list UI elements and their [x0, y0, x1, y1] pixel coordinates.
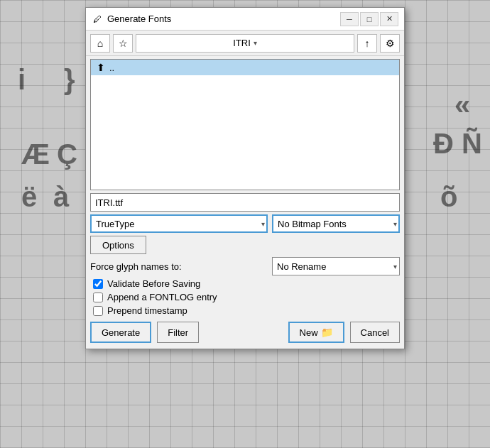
options-button[interactable]: Options: [90, 236, 146, 254]
format-row: TrueType OpenType Type1 SVG ▾ No Bitmap …: [90, 214, 400, 233]
glyph-select-wrapper: No Rename PostScript names Unicode names…: [272, 257, 400, 275]
file-list-item[interactable]: ⬆ ..: [91, 60, 399, 75]
star-button[interactable]: ☆: [113, 34, 133, 53]
force-glyph-label: Force glyph names to:: [90, 261, 266, 272]
title-bar: 🖊 Generate Fonts ─ □ ✕: [86, 8, 404, 31]
title-bar-controls: ─ □ ✕: [340, 12, 398, 26]
force-glyph-row: Force glyph names to: No Rename PostScri…: [90, 257, 400, 275]
options-row: Options: [90, 236, 400, 254]
up-button[interactable]: ↑: [357, 34, 377, 53]
format-bitmap-select[interactable]: No Bitmap Fonts Apple bitmap only Both: [272, 214, 400, 233]
timestamp-checkbox[interactable]: [93, 306, 103, 316]
minimize-button[interactable]: ─: [340, 12, 359, 26]
dialog-title: Generate Fonts: [107, 13, 336, 24]
fontlog-label: Append a FONTLOG entry: [107, 292, 217, 302]
address-text: ITRI: [233, 38, 251, 48]
cancel-button[interactable]: Cancel: [350, 322, 400, 343]
fontlog-checkbox[interactable]: [93, 293, 103, 302]
close-button[interactable]: ✕: [380, 12, 398, 26]
file-list[interactable]: ⬆ ..: [90, 59, 400, 190]
home-icon: ⌂: [97, 38, 103, 49]
new-button[interactable]: New 📁: [288, 322, 344, 343]
parent-dir-label: ..: [109, 62, 114, 73]
validate-checkbox[interactable]: [93, 279, 103, 289]
up-icon: ↑: [365, 38, 370, 49]
star-icon: ☆: [119, 38, 128, 49]
format-bitmap-wrapper: No Bitmap Fonts Apple bitmap only Both ▾: [272, 214, 400, 233]
validate-label: Validate Before Saving: [107, 278, 200, 289]
format-type-wrapper: TrueType OpenType Type1 SVG ▾: [90, 214, 268, 233]
filename-row: [90, 193, 400, 212]
toolbar: ⌂ ☆ ITRI ▾ ↑ ⚙: [86, 31, 404, 56]
timestamp-label: Prepend timestamp: [107, 305, 187, 316]
glyph-rename-select[interactable]: No Rename PostScript names Unicode names: [272, 257, 400, 275]
validate-checkbox-row: Validate Before Saving: [93, 278, 397, 289]
cancel-label: Cancel: [361, 327, 389, 338]
new-folder-icon: 📁: [321, 327, 333, 338]
maximize-button[interactable]: □: [360, 12, 379, 26]
filter-label: Filter: [168, 327, 188, 338]
dialog-icon: 🖊: [92, 13, 103, 25]
filename-input[interactable]: [90, 193, 400, 212]
format-type-select[interactable]: TrueType OpenType Type1 SVG: [90, 214, 268, 233]
address-dropdown-icon[interactable]: ▾: [254, 39, 257, 47]
settings-button[interactable]: ⚙: [380, 34, 400, 53]
fontlog-checkbox-row: Append a FONTLOG entry: [93, 292, 397, 302]
generate-label: Generate: [102, 327, 140, 338]
timestamp-checkbox-row: Prepend timestamp: [93, 305, 397, 316]
generate-button[interactable]: Generate: [90, 322, 151, 343]
bottom-buttons: Generate Filter New 📁 Cancel: [90, 322, 400, 343]
home-button[interactable]: ⌂: [90, 34, 110, 53]
parent-dir-icon: ⬆: [97, 62, 105, 73]
settings-icon: ⚙: [386, 38, 395, 49]
new-label: New: [300, 327, 318, 338]
address-bar: ITRI ▾: [136, 34, 354, 53]
filter-button[interactable]: Filter: [157, 322, 199, 343]
generate-fonts-dialog: 🖊 Generate Fonts ─ □ ✕ ⌂ ☆ ITRI ▾ ↑ ⚙ ⬆ …: [85, 7, 405, 349]
